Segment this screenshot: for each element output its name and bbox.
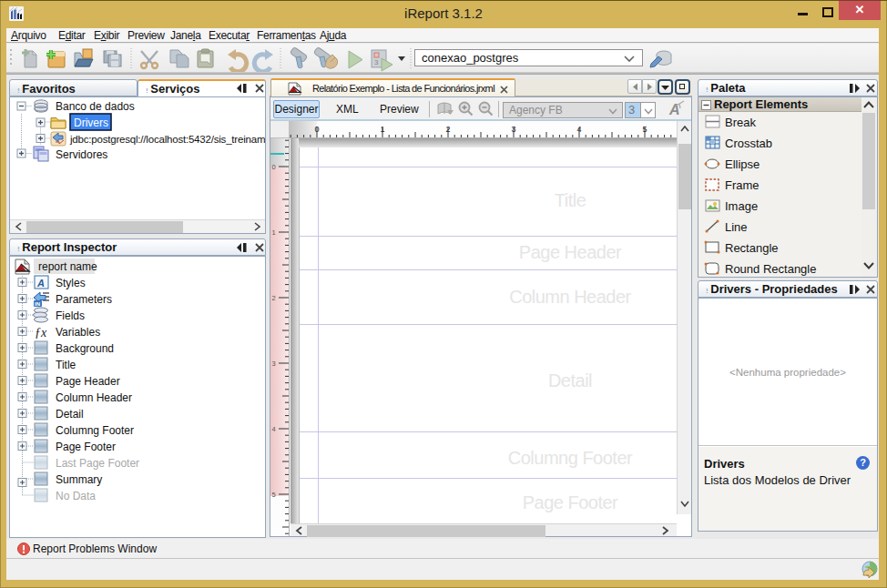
svg-text:Fields: Fields [56,309,85,322]
svg-text:Crosstab: Crosstab [725,137,772,150]
svg-text:A: A [36,278,45,289]
svg-text:Columng Footer: Columng Footer [56,424,134,437]
svg-text:Background: Background [56,342,114,355]
svg-text:Title: Title [555,190,586,210]
svg-text:Page Header: Page Header [56,375,120,388]
svg-text:jdbc:postgresql://localhost:54: jdbc:postgresql://localhost:5432/sis_tre… [69,134,265,145]
svg-text:No Data: No Data [56,490,96,502]
svg-text:3: 3 [272,360,276,368]
svg-text:ƒx: ƒx [35,326,47,340]
svg-text:Page Footer: Page Footer [56,441,116,453]
svg-text:Summary: Summary [56,473,102,486]
svg-text:Column Header: Column Header [56,391,132,404]
svg-text:Round Rectangle: Round Rectangle [725,262,816,276]
svg-text:Variables: Variables [56,326,100,339]
svg-text:Title: Title [56,359,76,371]
svg-text:Break: Break [725,116,756,129]
svg-text:2: 2 [272,294,276,302]
svg-text:Servidores: Servidores [56,148,107,161]
svg-text:0: 0 [272,163,276,171]
svg-text:Ellipse: Ellipse [725,157,760,171]
svg-text:Detail: Detail [56,408,84,421]
svg-text:Banco de dados: Banco de dados [56,100,135,113]
svg-text:5: 5 [642,125,647,134]
svg-text:Line: Line [725,220,748,234]
svg-text:IN: IN [35,301,40,307]
svg-text:1: 1 [272,228,276,237]
svg-text:Column Header: Column Header [509,287,631,307]
svg-text:Drivers: Drivers [74,117,108,129]
svg-text:3: 3 [374,58,379,66]
svg-text:Columng Footer: Columng Footer [508,448,633,468]
svg-text:4: 4 [576,125,581,134]
svg-text:5: 5 [272,491,276,499]
svg-text:3: 3 [511,125,515,134]
svg-text:Rectangle: Rectangle [725,241,779,255]
svg-text:Styles: Styles [56,277,86,289]
svg-text:Parameters: Parameters [56,293,112,306]
svg-text:report name: report name [38,260,97,273]
svg-text:4: 4 [272,425,276,433]
svg-text:Detail: Detail [548,370,592,390]
svg-text:2: 2 [445,125,450,134]
svg-text:1: 1 [380,125,384,134]
svg-text:Image: Image [725,199,758,213]
svg-text:Page Header: Page Header [519,242,622,262]
svg-text:Last Page Footer: Last Page Footer [56,457,139,470]
svg-text:Page Footer: Page Footer [523,492,618,512]
svg-text:Frame: Frame [725,178,760,192]
svg-text:0: 0 [314,125,319,134]
